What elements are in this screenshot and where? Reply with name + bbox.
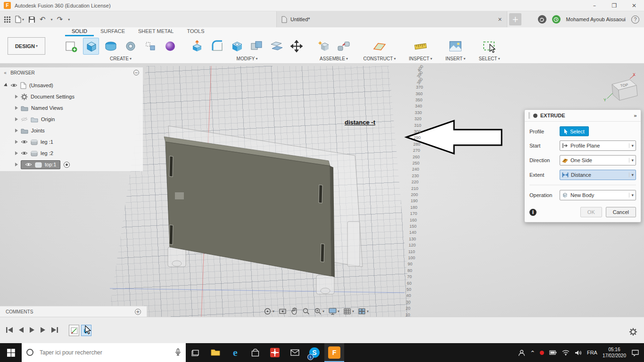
- expander-icon[interactable]: [15, 95, 18, 99]
- wifi-icon[interactable]: [562, 350, 570, 355]
- tab-surface[interactable]: SURFACE: [94, 27, 132, 36]
- visibility-eye-icon[interactable]: [21, 140, 28, 144]
- modify-menu[interactable]: MODIFY ▾: [237, 56, 258, 61]
- document-tab-close-icon[interactable]: ✕: [498, 16, 502, 23]
- maximize-button[interactable]: ❐: [604, 0, 624, 11]
- move-copy-button[interactable]: [289, 38, 305, 55]
- joint-button[interactable]: [336, 38, 352, 55]
- cancel-button[interactable]: Cancel: [606, 207, 636, 217]
- browser-item-top1[interactable]: top:1: [0, 159, 143, 170]
- mail-icon[interactable]: [285, 343, 305, 362]
- browser-item-document-settings[interactable]: Document Settings: [0, 91, 143, 102]
- selected-item-chip[interactable]: top:1: [21, 160, 60, 169]
- play-button[interactable]: [29, 327, 35, 333]
- add-comment-icon[interactable]: +: [135, 309, 141, 315]
- orbit-icon[interactable]: ▾: [262, 306, 276, 316]
- expander-icon[interactable]: [15, 117, 18, 121]
- tab-sheet-metal[interactable]: SHEET METAL: [132, 27, 180, 36]
- shell-button[interactable]: [229, 38, 245, 55]
- expander-icon[interactable]: [15, 129, 18, 132]
- collaborate-icon[interactable]: [538, 15, 546, 24]
- step-back-button[interactable]: [18, 327, 24, 333]
- offset-plane-button[interactable]: [269, 38, 285, 55]
- expander-icon[interactable]: [15, 151, 18, 155]
- file-menu-button[interactable]: ▾: [15, 16, 24, 23]
- antivirus-tray-icon[interactable]: [540, 351, 544, 355]
- info-icon[interactable]: i: [529, 209, 537, 216]
- browser-item-root[interactable]: (Unsaved): [0, 80, 143, 91]
- extrude-button[interactable]: [83, 38, 99, 55]
- search-input[interactable]: [22, 343, 186, 362]
- collapse-panel-icon[interactable]: «: [4, 70, 7, 75]
- tab-tools[interactable]: TOOLS: [180, 27, 211, 36]
- minimize-button[interactable]: –: [585, 0, 604, 11]
- taskbar-clock[interactable]: 05:16 17/02/2020: [603, 346, 626, 359]
- expander-icon[interactable]: [15, 140, 18, 144]
- create-sketch-button[interactable]: [63, 38, 79, 55]
- people-icon[interactable]: [518, 349, 526, 356]
- expander-icon[interactable]: [4, 83, 8, 88]
- browser-item-origin[interactable]: Origin: [0, 114, 143, 125]
- zoom-icon[interactable]: [301, 306, 311, 316]
- red-app-icon[interactable]: [265, 343, 285, 362]
- new-component-button[interactable]: [316, 38, 332, 55]
- new-tab-button[interactable]: +: [509, 13, 521, 25]
- help-icon[interactable]: ?: [631, 16, 639, 24]
- press-pull-button[interactable]: [190, 38, 206, 55]
- select-menu[interactable]: SELECT ▾: [479, 56, 500, 61]
- browser-item-leg2[interactable]: leg :2: [0, 148, 143, 159]
- dialog-collapse-icon[interactable]: »: [634, 113, 637, 119]
- expander-icon[interactable]: [15, 106, 18, 110]
- operation-dropdown[interactable]: New Body ▾: [560, 190, 636, 200]
- sweep-button[interactable]: [123, 38, 139, 55]
- insert-canvas-button[interactable]: [447, 38, 463, 55]
- job-status-icon[interactable]: [552, 15, 561, 24]
- redo-caret-icon[interactable]: ▾: [68, 17, 70, 22]
- document-tab[interactable]: Untitled* ✕: [276, 11, 507, 27]
- viewports-icon[interactable]: ▾: [357, 307, 370, 316]
- timeline-feature-extrude[interactable]: [81, 325, 91, 336]
- browser-item-leg1[interactable]: leg :1: [0, 136, 143, 148]
- undo-caret-icon[interactable]: ▾: [51, 17, 53, 22]
- visibility-eye-icon[interactable]: [21, 151, 28, 156]
- construct-plane-button[interactable]: [372, 38, 388, 55]
- battery-icon[interactable]: [549, 350, 557, 355]
- app-grid-icon[interactable]: [4, 16, 11, 23]
- hidden-icons-chevron[interactable]: ^: [531, 350, 535, 355]
- direction-dropdown[interactable]: One Side ▾: [560, 155, 636, 165]
- look-at-icon[interactable]: [277, 307, 288, 316]
- user-name[interactable]: Mohamed Ayoub Aissaoui: [566, 16, 626, 22]
- expander-icon[interactable]: [15, 163, 18, 166]
- close-button[interactable]: ✕: [624, 0, 644, 11]
- grid-settings-icon[interactable]: ▾: [342, 307, 355, 316]
- taskbar-search[interactable]: [22, 343, 186, 362]
- select-button[interactable]: [481, 38, 497, 55]
- insert-menu[interactable]: INSERT ▾: [446, 56, 466, 61]
- viewcube[interactable]: X Y TOP: [602, 69, 642, 107]
- timeline-settings-gear-icon[interactable]: [629, 328, 637, 336]
- workspace-selector[interactable]: DESIGN ▾: [8, 37, 45, 55]
- browser-item-named-views[interactable]: Named Views: [0, 102, 143, 114]
- measure-button[interactable]: [413, 38, 429, 55]
- start-button[interactable]: [0, 343, 22, 362]
- undo-button[interactable]: ↶: [40, 15, 46, 24]
- create-menu[interactable]: CREATE ▾: [110, 56, 132, 61]
- store-icon[interactable]: [245, 343, 265, 362]
- start-dropdown[interactable]: Profile Plane ▾: [560, 140, 636, 151]
- create-form-button[interactable]: [162, 38, 178, 55]
- extent-dropdown[interactable]: Distance ▾: [560, 170, 636, 180]
- visibility-eye-off-icon[interactable]: [21, 117, 28, 122]
- timeline-feature-sketch[interactable]: [69, 325, 79, 336]
- fillet-button[interactable]: [209, 38, 225, 55]
- pattern-button[interactable]: [142, 38, 158, 55]
- inspect-menu[interactable]: INSPECT ▾: [409, 56, 432, 61]
- edge-browser-icon[interactable]: e: [225, 343, 245, 362]
- microphone-icon[interactable]: [175, 348, 181, 357]
- visibility-eye-icon[interactable]: [10, 83, 17, 88]
- comments-bar[interactable]: COMMENTS +: [0, 306, 147, 317]
- volume-icon[interactable]: [575, 350, 582, 356]
- skype-icon[interactable]: S 1: [305, 343, 324, 362]
- file-explorer-icon[interactable]: [206, 343, 225, 362]
- go-to-end-button[interactable]: [51, 327, 58, 333]
- revolve-button[interactable]: [103, 38, 119, 55]
